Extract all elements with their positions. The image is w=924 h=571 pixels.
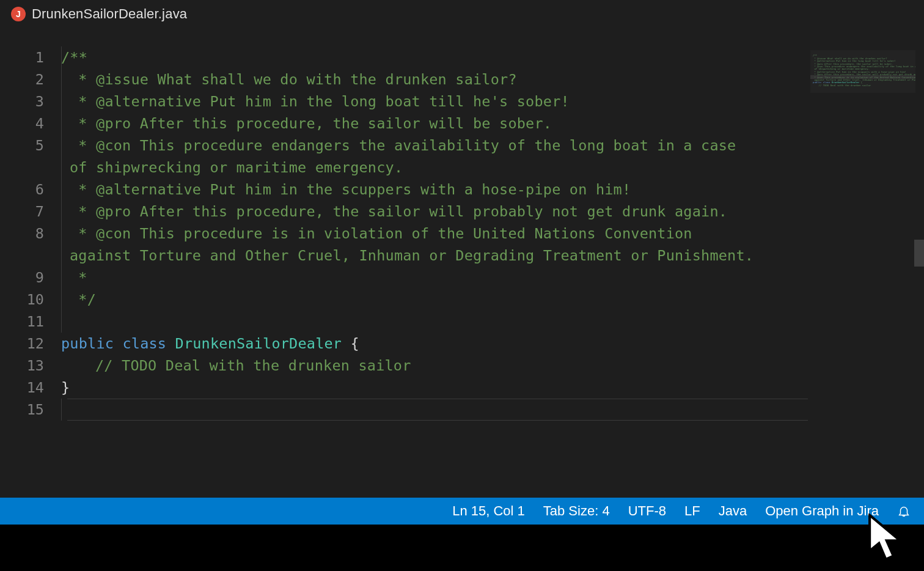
line-number[interactable]: 9	[0, 267, 44, 289]
editor-tab[interactable]: J DrunkenSailorDealer.java	[11, 6, 187, 22]
code-content[interactable]: /** * @issue What shall we do with the d…	[61, 46, 924, 498]
line-number[interactable]: 1	[0, 46, 44, 68]
code-line[interactable]: // TODO Deal with the drunken sailor	[61, 355, 924, 377]
line-number[interactable]: 11	[0, 311, 44, 333]
line-number[interactable]: 2	[0, 68, 44, 90]
line-number[interactable]: 8	[0, 223, 44, 245]
code-line[interactable]	[61, 311, 924, 333]
line-number[interactable]: 13	[0, 355, 44, 377]
code-line[interactable]: }	[61, 377, 924, 399]
line-number[interactable]: 12	[0, 333, 44, 355]
line-number[interactable]: 10	[0, 289, 44, 311]
code-line[interactable]: * @alternative Put him in the long boat …	[61, 90, 924, 112]
code-line[interactable]: * @con This procedure endangers the avai…	[61, 134, 924, 157]
code-line[interactable]: */	[61, 289, 924, 311]
tab-bar: J DrunkenSailorDealer.java	[0, 0, 924, 28]
line-number[interactable]: 15	[0, 399, 44, 421]
line-number[interactable]: 14	[0, 377, 44, 399]
bottom-strip	[0, 525, 924, 571]
status-bar: Ln 15, Col 1 Tab Size: 4 UTF-8 LF Java O…	[0, 498, 924, 525]
line-number[interactable]: 5	[0, 134, 44, 157]
editor-area[interactable]: 123456789101112131415 /** * @issue What …	[0, 28, 924, 498]
line-number-gutter[interactable]: 123456789101112131415	[0, 46, 61, 498]
java-file-icon: J	[11, 7, 26, 21]
status-eol[interactable]: LF	[684, 503, 700, 519]
code-line[interactable]: * @alternative Put him in the scuppers w…	[61, 179, 924, 201]
code-line[interactable]: * @issue What shall we do with the drunk…	[61, 68, 924, 90]
scrollbar-thumb[interactable]	[914, 240, 924, 267]
status-indent[interactable]: Tab Size: 4	[543, 503, 610, 519]
minimap[interactable]: /** * @issue What shall we do with the d…	[810, 50, 915, 93]
code-line[interactable]: * @con This procedure is in violation of…	[61, 223, 924, 245]
line-number[interactable]: 3	[0, 90, 44, 112]
code-line[interactable]	[61, 399, 924, 421]
code-line-wrap[interactable]: of shipwrecking or maritime emergency.	[61, 157, 924, 179]
status-cursor-position[interactable]: Ln 15, Col 1	[452, 503, 525, 519]
line-number[interactable]: 6	[0, 179, 44, 201]
code-line[interactable]: *	[61, 267, 924, 289]
tab-filename: DrunkenSailorDealer.java	[32, 6, 187, 22]
code-line-wrap[interactable]: against Torture and Other Cruel, Inhuman…	[61, 245, 924, 267]
line-number[interactable]: 7	[0, 201, 44, 223]
code-line[interactable]: public class DrunkenSailorDealer {	[61, 333, 924, 355]
editor-window: J DrunkenSailorDealer.java 1234567891011…	[0, 0, 924, 571]
status-language[interactable]: Java	[719, 503, 747, 519]
status-encoding[interactable]: UTF-8	[628, 503, 666, 519]
open-graph-in-jira-button[interactable]: Open Graph in Jira	[765, 503, 879, 519]
bell-icon[interactable]	[897, 504, 911, 518]
code-line[interactable]: * @pro After this procedure, the sailor …	[61, 201, 924, 223]
line-number[interactable]: 4	[0, 112, 44, 134]
code-line[interactable]: * @pro After this procedure, the sailor …	[61, 112, 924, 134]
code-line[interactable]: /**	[61, 46, 924, 68]
